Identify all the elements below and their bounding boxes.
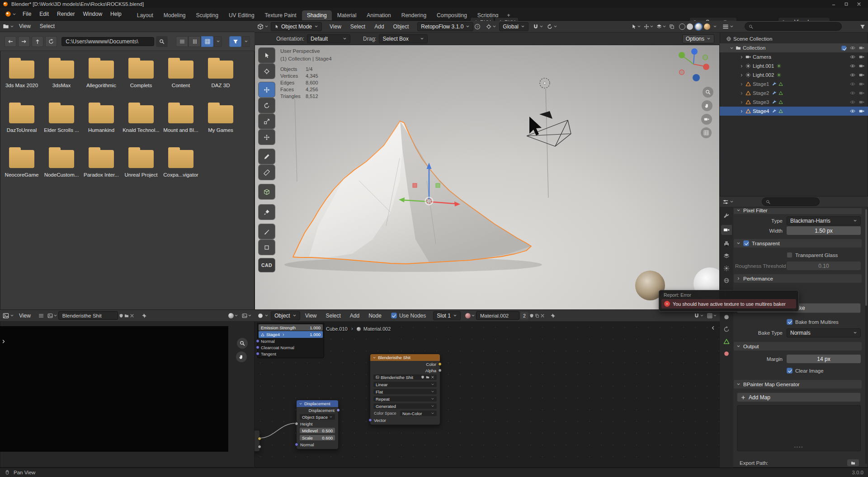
menu-add[interactable]: Add [346,313,363,319]
displacement-space-dropdown[interactable]: Object Space [300,414,335,420]
tangent-socket-row[interactable]: Tangent [259,351,323,357]
color-output-socket[interactable] [258,437,261,440]
move-tool[interactable] [259,82,275,97]
pin-icon[interactable] [142,313,147,318]
properties-scrollbar[interactable] [865,209,867,464]
slot-dropdown[interactable]: Slot 1 [433,311,461,320]
outliner-row-scene-collection[interactable]: Scene Collection [720,34,868,43]
gizmos-dropdown[interactable] [644,24,654,29]
shader-type-dropdown[interactable]: Object [271,311,300,320]
scale-slider[interactable]: Scale0.600 [300,435,335,440]
tab-object-data[interactable] [723,338,730,345]
map-list-box[interactable]: •••• [737,405,861,451]
normal-input-socket[interactable] [295,443,298,446]
color-output-socket[interactable] [438,362,442,366]
outliner-row-light-001[interactable]: Light.001 [720,61,868,70]
viewport-pan-button[interactable] [702,100,712,111]
filter-settings-dropdown[interactable] [242,36,250,47]
search-button[interactable] [156,36,168,47]
menu-select[interactable]: Select [321,313,344,319]
fake-user-icon[interactable] [529,313,534,318]
material-browse-button[interactable] [465,313,475,318]
open-image-icon[interactable] [426,375,429,379]
folder-item[interactable]: My Games [201,101,241,145]
displacement-output-socket[interactable] [336,408,340,412]
tab-world[interactable] [723,277,730,284]
hamburger-icon[interactable] [38,313,44,318]
workspace-tab-uv-editing[interactable]: UV Editing [224,10,259,20]
workspace-tab-compositing[interactable]: Compositing [432,10,472,20]
retopoflow-help-icon[interactable] [474,23,481,30]
material-users-badge[interactable]: 2 [520,312,528,319]
display-horizontal-list-button[interactable] [189,36,201,47]
eye-icon[interactable] [850,81,855,87]
editor-type-3d-viewport-icon[interactable] [257,23,264,30]
image-canvas[interactable] [0,326,228,452]
source-dropdown[interactable]: Generated [373,403,437,409]
expand-icon[interactable] [740,73,744,77]
eye-icon[interactable] [850,99,855,105]
image-texture-node[interactable]: Blenderisthe Shit Color Alpha Blenderist… [370,354,440,425]
principled-bsdf-socket-list[interactable]: Emission Strength 1.000 Stage4 1.000 Nor… [257,323,324,358]
knife-tool[interactable] [259,224,275,239]
parent-directory-button[interactable] [32,36,43,47]
eye-icon[interactable] [850,63,855,69]
tab-scene[interactable] [723,265,730,271]
add-cube-tool[interactable] [259,184,275,199]
editor-type-properties-icon[interactable] [722,199,729,205]
editor-type-shader-icon[interactable] [257,313,264,319]
menu-add[interactable]: Add [370,23,388,30]
alpha-output-socket[interactable] [438,369,442,372]
snap-button[interactable] [533,24,543,29]
expand-icon[interactable] [730,46,734,50]
outliner-filter-icon[interactable] [860,24,865,29]
menu-file[interactable]: File [19,11,35,17]
use-nodes-checkbox[interactable] [391,313,397,318]
viewport-canvas[interactable]: User Perspective (1) Collection | Stage4… [255,45,719,309]
folder-item[interactable]: Complets [121,56,161,101]
eye-icon[interactable] [850,108,855,114]
menu-select[interactable]: Select [36,23,59,29]
menu-render[interactable]: Render [53,11,79,17]
image-name-field[interactable]: Blenderisthe Shit [58,311,118,320]
display-vertical-list-button[interactable] [176,36,188,47]
outliner-row-stage3[interactable]: Stage3 [720,98,868,107]
vector-input-socket[interactable] [368,418,372,422]
xray-toggle[interactable] [669,24,675,29]
menu-object[interactable]: Object [389,23,413,30]
editor-type-outliner-icon[interactable] [722,23,729,30]
open-image-icon[interactable] [124,313,129,318]
workspace-tab-animation[interactable]: Animation [362,10,396,20]
render-visibility-icon[interactable] [859,108,864,114]
select-box-tool[interactable] [259,48,275,63]
breadcrumb-object[interactable]: Cube.010 [326,326,348,332]
offscreen-node[interactable] [255,430,260,452]
clearcoat-normal-input-socket[interactable] [256,346,259,349]
copy-material-icon[interactable] [535,313,539,318]
expand-icon[interactable] [740,64,744,68]
render-visibility-icon[interactable] [859,81,864,87]
normal-socket-row[interactable]: Normal [259,338,323,344]
emission-strength-row[interactable]: Emission Strength 1.000 [259,324,323,331]
folder-item[interactable]: Unreal Project [121,145,161,190]
render-visibility-icon[interactable] [859,90,864,96]
snap-node-button[interactable] [694,313,704,318]
selectability-dropdown[interactable] [631,24,641,29]
clearcoat-normal-socket-row[interactable]: Clearcoat Normal [259,344,323,351]
panel-performance[interactable]: Performance [734,274,862,283]
refresh-button[interactable] [45,36,57,47]
folder-item[interactable]: Humankind [81,101,121,145]
folder-item[interactable]: NeocoreGame [2,145,42,190]
image-settings-dropdown[interactable] [242,313,252,318]
folder-item[interactable]: 3dsMax [42,56,81,101]
node-image-selector[interactable]: Blenderisthe Shit [373,374,437,380]
proportional-edit-button[interactable] [547,24,557,29]
folder-item[interactable]: DazToUnreal [2,101,42,145]
shading-material-button[interactable] [694,23,703,31]
outliner-row-camera[interactable]: Camera [720,52,868,61]
collapse-icon[interactable] [299,402,302,406]
render-visibility-icon[interactable] [859,99,864,105]
folder-item[interactable]: Mount and Bl... [161,101,201,145]
material-name-field[interactable]: Material.002 [476,311,519,320]
colorspace-dropdown[interactable]: Non-Color [400,411,437,416]
